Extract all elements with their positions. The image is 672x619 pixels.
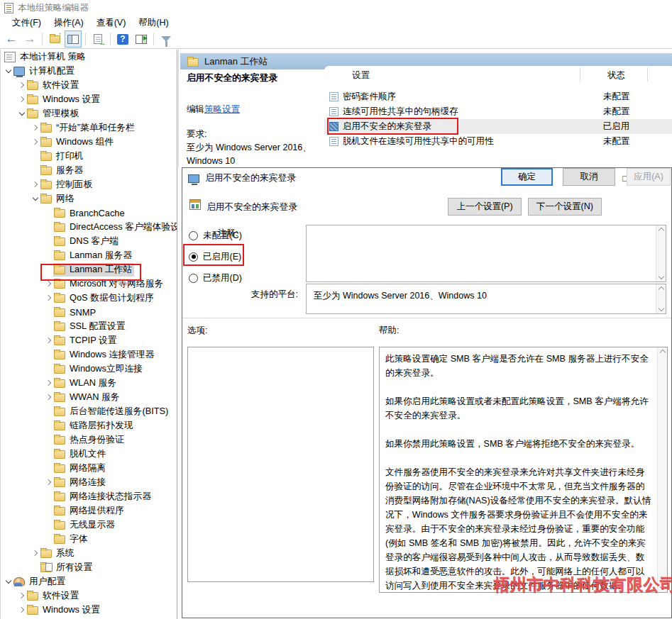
filter-icon[interactable] (158, 31, 174, 47)
radio-option[interactable]: 已启用(E) (189, 249, 242, 264)
scroll-up-icon[interactable] (659, 350, 665, 355)
next-setting-button[interactable]: 下一个设置(N) (528, 198, 602, 216)
tree-item[interactable]: 管理模板 (1, 106, 177, 121)
column-header-status[interactable]: 状态 (583, 69, 650, 82)
export-list-icon[interactable]: → (90, 31, 106, 47)
column-header-setting[interactable]: 设置 (352, 69, 370, 82)
tree-item[interactable]: Lanman 工作站 (1, 262, 177, 277)
expander-closed-icon[interactable] (44, 338, 53, 342)
expander-open-icon[interactable] (17, 112, 26, 115)
column-separator[interactable] (647, 67, 648, 82)
help-icon[interactable]: ? (115, 31, 131, 47)
folder-icon (54, 379, 65, 388)
expander-closed-icon[interactable] (31, 551, 40, 555)
tree-item[interactable]: QoS 数据包计划程序 (1, 291, 177, 305)
tree-item[interactable]: TCPIP 设置 (1, 333, 177, 347)
tree-item[interactable]: 热点身份验证 (1, 433, 177, 447)
tree-item[interactable]: DNS 客户端 (1, 234, 177, 248)
tree-item[interactable]: 用户配置 (1, 574, 177, 589)
tree-item[interactable]: 控制面板 (1, 177, 177, 191)
expander-closed-icon[interactable] (17, 83, 26, 87)
tree-item[interactable]: 软件设置 (1, 78, 177, 92)
help-scrollbar[interactable] (657, 347, 667, 592)
comment-scrollbar[interactable] (656, 225, 666, 281)
tree-item[interactable]: 无线显示器 (1, 518, 177, 532)
scroll-up-icon[interactable] (658, 228, 663, 233)
tree-item[interactable]: Windows 连接管理器 (1, 347, 177, 362)
radio-button-icon[interactable] (189, 231, 198, 240)
expander-closed-icon[interactable] (17, 97, 26, 101)
previous-setting-button[interactable]: 上一个设置(P) (448, 198, 522, 216)
column-separator[interactable] (580, 67, 580, 82)
tree-item[interactable]: 计算机配置 (1, 64, 177, 78)
expander-closed-icon[interactable] (44, 296, 53, 300)
tree-item[interactable]: 网络连接 (1, 475, 177, 489)
scroll-up-icon[interactable] (658, 286, 663, 292)
menu-item[interactable]: 查看(V) (90, 16, 133, 30)
expander-closed-icon[interactable] (31, 126, 40, 130)
tree-item[interactable]: 打印机 (1, 149, 177, 163)
tree-item[interactable]: WLAN 服务 (1, 376, 177, 390)
scroll-down-icon[interactable] (658, 274, 663, 279)
radio-option[interactable]: 已禁用(D) (189, 270, 242, 286)
tree-item[interactable]: Windows立即连接 (1, 362, 177, 376)
tree-item[interactable]: 网络提供程序 (1, 503, 177, 518)
supported-platform-box[interactable]: 至少为 Windows Server 2016、Windows 10 (306, 284, 666, 314)
menu-item[interactable]: 文件(F) (6, 16, 48, 30)
tree-item[interactable]: DirectAccess 客户端体验设置 (1, 220, 177, 234)
expander-closed-icon[interactable] (17, 593, 26, 598)
settings-row[interactable]: 连续可用性共享中的句柄缓存未配置 (324, 104, 672, 119)
radio-button-icon[interactable] (189, 274, 198, 283)
tree-item[interactable]: Windows 组件 (1, 135, 177, 149)
tree-item[interactable]: 软件设置 (1, 589, 177, 603)
tree-item[interactable]: 本地计算机 策略 (1, 50, 177, 64)
expander-open-icon[interactable] (31, 197, 40, 200)
tree-item[interactable]: Lanman 服务器 (1, 248, 177, 262)
back-icon[interactable]: ← (4, 31, 19, 47)
tree-item[interactable]: BranchCache (1, 206, 177, 220)
tree-item[interactable]: WWAN 服务 (1, 390, 177, 404)
up-one-level-icon[interactable]: ↑ (47, 31, 62, 47)
expander-open-icon[interactable] (4, 69, 13, 72)
tree-item[interactable]: Windows 设置 (1, 92, 177, 106)
settings-row[interactable]: 密码套件顺序未配置 (324, 89, 672, 104)
tree-item[interactable]: 网络 (1, 191, 177, 206)
expander-closed-icon[interactable] (17, 608, 26, 612)
expander-closed-icon[interactable] (31, 140, 40, 144)
tree-item[interactable]: 网络连接状态指示器 (1, 489, 177, 503)
expander-closed-icon[interactable] (44, 281, 53, 286)
tree-item[interactable]: 后台智能传送服务(BITS) (1, 404, 177, 418)
expander-closed-icon[interactable] (44, 480, 53, 484)
cancel-button[interactable]: 取消 (563, 168, 615, 186)
tree-item[interactable]: 网络隔离 (1, 461, 177, 475)
show-action-pane-icon[interactable]: ▶ (133, 31, 149, 47)
tree-item[interactable]: 脱机文件 (1, 447, 177, 461)
tree-item[interactable]: 系统 (1, 546, 177, 560)
comment-textbox[interactable] (306, 225, 666, 282)
tree-item[interactable]: 链路层拓扑发现 (1, 418, 177, 433)
forward-icon[interactable]: → (22, 31, 38, 47)
ok-button[interactable]: 确定 (501, 168, 553, 186)
menu-item[interactable]: 操作(A) (48, 16, 90, 30)
tree-item[interactable]: SSL 配置设置 (1, 319, 177, 333)
expander-closed-icon[interactable] (31, 182, 40, 186)
tree-item[interactable]: 字体 (1, 532, 177, 546)
scroll-down-icon[interactable] (658, 306, 663, 311)
tree-item[interactable]: 所有设置 (1, 560, 177, 574)
platform-scrollbar[interactable] (656, 284, 666, 313)
expander-closed-icon[interactable] (44, 395, 53, 399)
settings-row[interactable]: 脱机文件在连续可用性共享中的可用性未配置 (324, 134, 672, 149)
tree-item[interactable]: Microsoft 对等网络服务 (1, 277, 177, 291)
expander-closed-icon[interactable] (44, 381, 53, 385)
edit-policy-setting-link[interactable]: 策略设置 (204, 104, 240, 114)
radio-button-icon[interactable] (189, 252, 198, 262)
settings-row[interactable]: 启用不安全的来宾登录已启用 (324, 119, 672, 134)
tree-item[interactable]: SNMP (1, 305, 177, 319)
tree-item[interactable]: Windows 设置 (1, 603, 177, 617)
expander-open-icon[interactable] (4, 580, 13, 583)
show-console-tree-icon[interactable] (65, 31, 81, 47)
tree-item[interactable]: “开始”菜单和任务栏 (1, 121, 177, 135)
apply-button[interactable]: 应用(A) (627, 168, 671, 186)
menu-item[interactable]: 帮助(H) (132, 16, 175, 30)
tree-item[interactable]: 服务器 (1, 163, 177, 177)
